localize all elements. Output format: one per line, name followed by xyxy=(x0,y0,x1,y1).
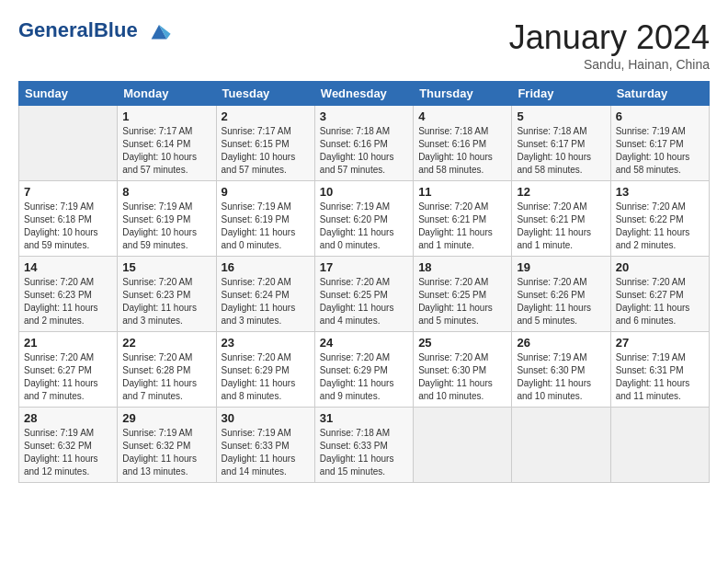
day-info: Sunrise: 7:20 AM Sunset: 6:24 PM Dayligh… xyxy=(222,276,310,327)
day-info: Sunrise: 7:17 AM Sunset: 6:14 PM Dayligh… xyxy=(122,125,210,177)
day-cell: 3Sunrise: 7:18 AM Sunset: 6:16 PM Daylig… xyxy=(314,106,413,181)
day-number: 11 xyxy=(418,185,506,199)
day-info: Sunrise: 7:20 AM Sunset: 6:30 PM Dayligh… xyxy=(418,351,506,403)
calendar-header: SundayMondayTuesdayWednesdayThursdayFrid… xyxy=(19,82,710,106)
day-cell: 9Sunrise: 7:19 AM Sunset: 6:19 PM Daylig… xyxy=(216,181,314,257)
logo: GeneralBlue xyxy=(18,18,172,44)
day-info: Sunrise: 7:18 AM Sunset: 6:17 PM Dayligh… xyxy=(517,125,605,177)
month-title: January 2024 xyxy=(509,18,710,57)
day-number: 14 xyxy=(24,260,112,274)
day-cell: 17Sunrise: 7:20 AM Sunset: 6:25 PM Dayli… xyxy=(314,257,413,332)
day-cell: 28Sunrise: 7:19 AM Sunset: 6:32 PM Dayli… xyxy=(19,408,118,483)
day-cell: 20Sunrise: 7:20 AM Sunset: 6:27 PM Dayli… xyxy=(610,257,709,332)
day-info: Sunrise: 7:19 AM Sunset: 6:19 PM Dayligh… xyxy=(122,201,210,252)
week-row-2: 7Sunrise: 7:19 AM Sunset: 6:18 PM Daylig… xyxy=(19,181,710,257)
day-info: Sunrise: 7:20 AM Sunset: 6:21 PM Dayligh… xyxy=(418,201,506,252)
location: Sandu, Hainan, China xyxy=(509,57,710,72)
header-cell-friday: Friday xyxy=(512,82,610,106)
day-cell: 30Sunrise: 7:19 AM Sunset: 6:33 PM Dayli… xyxy=(216,408,314,483)
day-number: 21 xyxy=(24,336,112,350)
day-cell: 10Sunrise: 7:19 AM Sunset: 6:20 PM Dayli… xyxy=(314,181,413,257)
day-info: Sunrise: 7:19 AM Sunset: 6:17 PM Dayligh… xyxy=(616,125,704,177)
day-cell: 31Sunrise: 7:18 AM Sunset: 6:33 PM Dayli… xyxy=(314,408,413,483)
day-cell: 23Sunrise: 7:20 AM Sunset: 6:29 PM Dayli… xyxy=(216,332,314,408)
day-info: Sunrise: 7:19 AM Sunset: 6:18 PM Dayligh… xyxy=(24,201,112,252)
day-number: 13 xyxy=(616,185,704,199)
day-cell: 5Sunrise: 7:18 AM Sunset: 6:17 PM Daylig… xyxy=(512,106,610,181)
day-info: Sunrise: 7:20 AM Sunset: 6:28 PM Dayligh… xyxy=(122,351,210,403)
day-info: Sunrise: 7:20 AM Sunset: 6:29 PM Dayligh… xyxy=(222,351,310,403)
day-number: 10 xyxy=(320,185,408,199)
day-cell: 27Sunrise: 7:19 AM Sunset: 6:31 PM Dayli… xyxy=(610,332,709,408)
day-info: Sunrise: 7:17 AM Sunset: 6:15 PM Dayligh… xyxy=(222,125,310,177)
header-cell-saturday: Saturday xyxy=(610,82,709,106)
day-number: 1 xyxy=(122,109,210,123)
day-number: 18 xyxy=(418,260,506,274)
day-number: 5 xyxy=(517,109,605,123)
day-cell: 29Sunrise: 7:19 AM Sunset: 6:32 PM Dayli… xyxy=(118,408,216,483)
day-info: Sunrise: 7:19 AM Sunset: 6:33 PM Dayligh… xyxy=(222,427,310,478)
calendar-table: SundayMondayTuesdayWednesdayThursdayFrid… xyxy=(18,81,710,483)
day-number: 16 xyxy=(222,260,310,274)
day-cell: 8Sunrise: 7:19 AM Sunset: 6:19 PM Daylig… xyxy=(118,181,216,257)
day-cell xyxy=(610,408,709,483)
day-info: Sunrise: 7:20 AM Sunset: 6:29 PM Dayligh… xyxy=(320,351,408,403)
day-number: 3 xyxy=(320,109,408,123)
day-number: 29 xyxy=(122,411,210,425)
header-cell-sunday: Sunday xyxy=(19,82,118,106)
week-row-1: 1Sunrise: 7:17 AM Sunset: 6:14 PM Daylig… xyxy=(19,106,710,181)
day-number: 24 xyxy=(320,336,408,350)
day-info: Sunrise: 7:20 AM Sunset: 6:23 PM Dayligh… xyxy=(24,276,112,327)
day-info: Sunrise: 7:20 AM Sunset: 6:22 PM Dayligh… xyxy=(616,201,704,252)
header-cell-tuesday: Tuesday xyxy=(216,82,314,106)
header-cell-monday: Monday xyxy=(118,82,216,106)
logo-text: GeneralBlue xyxy=(18,18,172,44)
day-info: Sunrise: 7:18 AM Sunset: 6:33 PM Dayligh… xyxy=(320,427,408,478)
day-number: 4 xyxy=(418,109,506,123)
day-number: 2 xyxy=(222,109,310,123)
day-number: 27 xyxy=(616,336,704,350)
day-info: Sunrise: 7:19 AM Sunset: 6:30 PM Dayligh… xyxy=(517,351,605,403)
day-number: 25 xyxy=(418,336,506,350)
day-info: Sunrise: 7:20 AM Sunset: 6:27 PM Dayligh… xyxy=(24,351,112,403)
day-cell: 1Sunrise: 7:17 AM Sunset: 6:14 PM Daylig… xyxy=(118,106,216,181)
day-number: 15 xyxy=(122,260,210,274)
day-cell: 18Sunrise: 7:20 AM Sunset: 6:25 PM Dayli… xyxy=(414,257,512,332)
day-info: Sunrise: 7:20 AM Sunset: 6:26 PM Dayligh… xyxy=(517,276,605,327)
day-cell: 11Sunrise: 7:20 AM Sunset: 6:21 PM Dayli… xyxy=(414,181,512,257)
header-cell-thursday: Thursday xyxy=(414,82,512,106)
day-number: 20 xyxy=(616,260,704,274)
week-row-3: 14Sunrise: 7:20 AM Sunset: 6:23 PM Dayli… xyxy=(19,257,710,332)
day-number: 17 xyxy=(320,260,408,274)
day-number: 22 xyxy=(122,336,210,350)
day-cell: 15Sunrise: 7:20 AM Sunset: 6:23 PM Dayli… xyxy=(118,257,216,332)
day-cell: 6Sunrise: 7:19 AM Sunset: 6:17 PM Daylig… xyxy=(610,106,709,181)
day-cell: 21Sunrise: 7:20 AM Sunset: 6:27 PM Dayli… xyxy=(19,332,118,408)
day-number: 19 xyxy=(517,260,605,274)
day-info: Sunrise: 7:20 AM Sunset: 6:21 PM Dayligh… xyxy=(517,201,605,252)
day-cell: 13Sunrise: 7:20 AM Sunset: 6:22 PM Dayli… xyxy=(610,181,709,257)
day-number: 12 xyxy=(517,185,605,199)
day-cell xyxy=(512,408,610,483)
header-row: SundayMondayTuesdayWednesdayThursdayFrid… xyxy=(19,82,710,106)
day-number: 9 xyxy=(222,185,310,199)
day-info: Sunrise: 7:20 AM Sunset: 6:25 PM Dayligh… xyxy=(320,276,408,327)
day-cell xyxy=(414,408,512,483)
day-number: 31 xyxy=(320,411,408,425)
title-section: January 2024 Sandu, Hainan, China xyxy=(509,18,710,72)
day-cell: 12Sunrise: 7:20 AM Sunset: 6:21 PM Dayli… xyxy=(512,181,610,257)
day-info: Sunrise: 7:19 AM Sunset: 6:19 PM Dayligh… xyxy=(222,201,310,252)
week-row-5: 28Sunrise: 7:19 AM Sunset: 6:32 PM Dayli… xyxy=(19,408,710,483)
day-info: Sunrise: 7:18 AM Sunset: 6:16 PM Dayligh… xyxy=(418,125,506,177)
day-cell: 14Sunrise: 7:20 AM Sunset: 6:23 PM Dayli… xyxy=(19,257,118,332)
day-info: Sunrise: 7:20 AM Sunset: 6:25 PM Dayligh… xyxy=(418,276,506,327)
day-cell: 22Sunrise: 7:20 AM Sunset: 6:28 PM Dayli… xyxy=(118,332,216,408)
day-info: Sunrise: 7:19 AM Sunset: 6:32 PM Dayligh… xyxy=(122,427,210,478)
day-number: 23 xyxy=(222,336,310,350)
day-cell: 24Sunrise: 7:20 AM Sunset: 6:29 PM Dayli… xyxy=(314,332,413,408)
day-number: 26 xyxy=(517,336,605,350)
day-cell: 19Sunrise: 7:20 AM Sunset: 6:26 PM Dayli… xyxy=(512,257,610,332)
page-header: GeneralBlue January 2024 Sandu, Hainan, … xyxy=(18,18,710,72)
day-number: 8 xyxy=(122,185,210,199)
header-cell-wednesday: Wednesday xyxy=(314,82,413,106)
